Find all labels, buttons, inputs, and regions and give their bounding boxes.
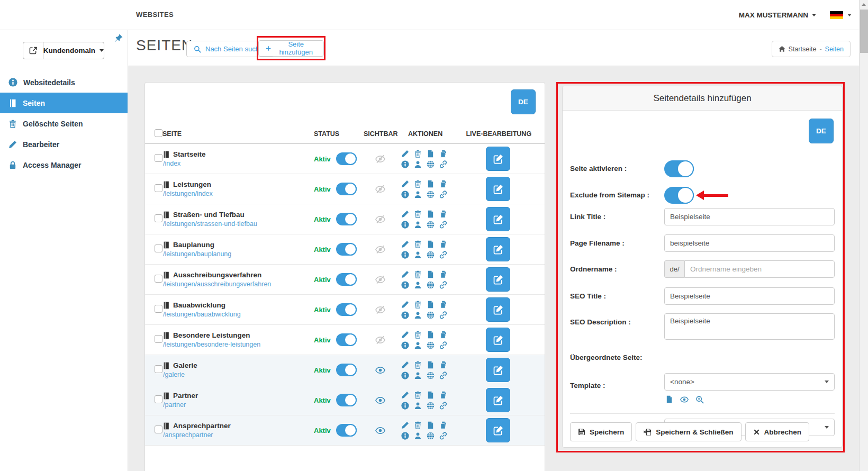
edit-pencil-icon[interactable] <box>401 180 409 188</box>
copy-file-icon[interactable] <box>427 331 435 339</box>
copy-file-icon[interactable] <box>427 270 435 278</box>
user-icon[interactable] <box>414 191 422 198</box>
info-icon[interactable] <box>401 160 409 168</box>
domain-switcher[interactable]: Kundendomain <box>23 42 104 59</box>
copy-file-icon[interactable] <box>427 240 435 248</box>
link-icon[interactable] <box>439 432 447 440</box>
link-icon[interactable] <box>439 160 447 168</box>
duplicate-copy-icon[interactable] <box>439 361 447 369</box>
duplicate-copy-icon[interactable] <box>439 270 447 278</box>
page-path-link[interactable]: /leistungen/besondere-leistungen <box>163 341 306 348</box>
vertical-scrollbar[interactable] <box>859 0 868 471</box>
scroll-up-arrow-icon[interactable] <box>860 0 868 8</box>
status-toggle[interactable] <box>336 394 357 406</box>
info-icon[interactable] <box>401 372 409 379</box>
status-toggle[interactable] <box>336 273 357 286</box>
link-icon[interactable] <box>439 281 447 289</box>
live-edit-button[interactable] <box>486 388 510 412</box>
copy-file-icon[interactable] <box>427 361 435 369</box>
live-edit-button[interactable] <box>486 358 510 382</box>
edit-pencil-icon[interactable] <box>401 210 409 218</box>
delete-trash-icon[interactable] <box>414 421 422 429</box>
globe-icon[interactable] <box>427 341 435 349</box>
globe-icon[interactable] <box>427 311 435 319</box>
hidden-eye-slash-icon[interactable] <box>375 335 385 345</box>
table-language-button[interactable]: DE <box>511 89 536 114</box>
seo-description-textarea[interactable]: Beispielseite <box>664 313 835 340</box>
delete-trash-icon[interactable] <box>414 210 422 218</box>
visible-eye-icon[interactable] <box>375 365 385 375</box>
page-path-link[interactable]: /leistungen/strassen-und-tiefbau <box>163 220 306 228</box>
link-icon[interactable] <box>439 311 447 319</box>
info-icon[interactable] <box>401 311 409 319</box>
delete-trash-icon[interactable] <box>414 240 422 248</box>
globe-icon[interactable] <box>427 372 435 379</box>
select-all-checkbox[interactable] <box>155 129 162 137</box>
duplicate-copy-icon[interactable] <box>439 150 447 158</box>
sidebar-item-websitedetails[interactable]: Websitedetails <box>0 72 128 93</box>
link-icon[interactable] <box>439 191 447 198</box>
page-path-link[interactable]: /leistungen/bauabwicklung <box>163 311 306 318</box>
user-icon[interactable] <box>414 281 422 289</box>
status-toggle[interactable] <box>336 424 357 437</box>
sidebar-item-access-manager[interactable]: Access Manager <box>0 155 128 175</box>
user-menu[interactable]: MAX MUSTERMANN <box>739 11 816 19</box>
delete-trash-icon[interactable] <box>414 361 422 369</box>
row-checkbox[interactable] <box>155 335 162 343</box>
duplicate-copy-icon[interactable] <box>439 180 447 188</box>
language-menu[interactable] <box>830 11 852 20</box>
row-checkbox[interactable] <box>155 244 162 252</box>
edit-pencil-icon[interactable] <box>401 270 409 278</box>
user-icon[interactable] <box>414 221 422 229</box>
seo-title-input[interactable] <box>664 287 835 305</box>
ordnername-input[interactable] <box>684 260 835 278</box>
delete-trash-icon[interactable] <box>414 150 422 158</box>
delete-trash-icon[interactable] <box>414 270 422 278</box>
save-button[interactable]: Speichern <box>570 422 632 441</box>
sidebar-item-seiten[interactable]: Seiten <box>0 93 128 113</box>
delete-trash-icon[interactable] <box>414 301 422 309</box>
info-icon[interactable] <box>401 432 409 440</box>
page-path-link[interactable]: /index <box>163 160 306 167</box>
link-icon[interactable] <box>439 402 447 410</box>
live-edit-button[interactable] <box>486 147 510 171</box>
live-edit-button[interactable] <box>486 328 510 352</box>
user-icon[interactable] <box>414 251 422 259</box>
info-icon[interactable] <box>401 281 409 289</box>
user-icon[interactable] <box>414 160 422 168</box>
file-icon[interactable] <box>665 395 673 403</box>
pin-icon[interactable] <box>114 34 123 42</box>
sidebar-item-bearbeiter[interactable]: Bearbeiter <box>0 134 128 155</box>
page-path-link[interactable]: /galerie <box>163 371 306 378</box>
globe-icon[interactable] <box>427 432 435 440</box>
hidden-eye-slash-icon[interactable] <box>375 305 385 315</box>
panel-language-button[interactable]: DE <box>809 119 834 143</box>
globe-icon[interactable] <box>427 251 435 259</box>
status-toggle[interactable] <box>336 243 357 256</box>
live-edit-button[interactable] <box>486 267 510 292</box>
sidebar-item-geloeschte-seiten[interactable]: Gelöschte Seiten <box>0 113 128 134</box>
info-icon[interactable] <box>401 341 409 349</box>
status-toggle[interactable] <box>336 183 357 195</box>
link-icon[interactable] <box>439 251 447 259</box>
duplicate-copy-icon[interactable] <box>439 210 447 218</box>
info-icon[interactable] <box>401 402 409 410</box>
link-title-input[interactable] <box>664 208 835 225</box>
info-icon[interactable] <box>401 221 409 229</box>
duplicate-copy-icon[interactable] <box>439 421 447 429</box>
live-edit-button[interactable] <box>486 237 510 261</box>
globe-icon[interactable] <box>427 221 435 229</box>
duplicate-copy-icon[interactable] <box>439 301 447 309</box>
edit-pencil-icon[interactable] <box>401 301 409 309</box>
copy-file-icon[interactable] <box>427 421 435 429</box>
hidden-eye-slash-icon[interactable] <box>375 275 385 285</box>
row-checkbox[interactable] <box>155 305 162 313</box>
search-plus-icon[interactable] <box>695 395 704 404</box>
row-checkbox[interactable] <box>155 365 162 373</box>
user-icon[interactable] <box>414 432 422 440</box>
globe-icon[interactable] <box>427 160 435 168</box>
user-icon[interactable] <box>414 372 422 379</box>
breadcrumb-current[interactable]: Seiten <box>825 46 844 53</box>
globe-icon[interactable] <box>427 281 435 289</box>
edit-pencil-icon[interactable] <box>401 240 409 248</box>
